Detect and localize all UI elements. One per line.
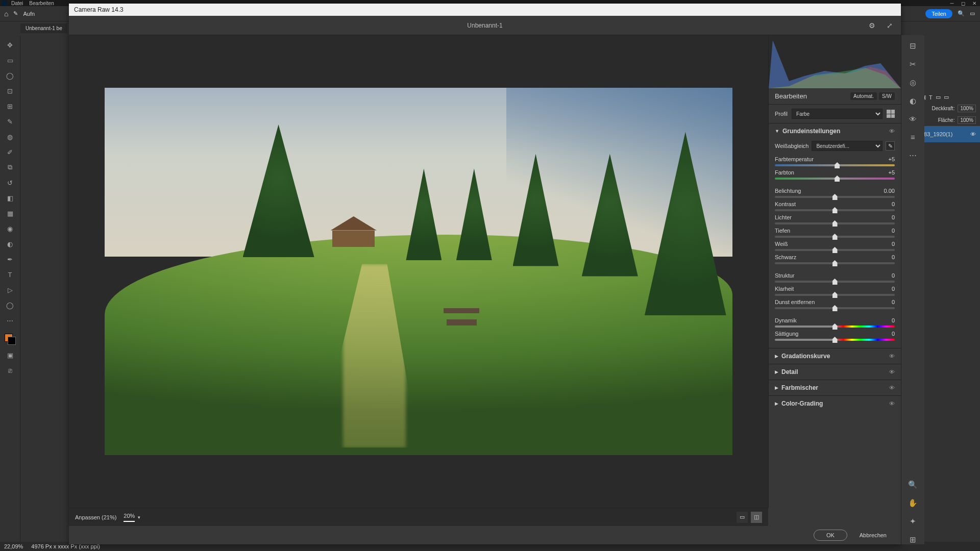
- slider-whites[interactable]: Weiß0: [769, 240, 901, 253]
- redeye-tool-icon[interactable]: 👁: [909, 115, 917, 123]
- blur-tool-icon[interactable]: ◉: [5, 223, 15, 234]
- fill-value[interactable]: 100%: [958, 116, 976, 124]
- lasso-tool-icon[interactable]: ◯: [5, 70, 15, 81]
- cancel-button[interactable]: Abbrechen: [860, 532, 887, 538]
- sampler-tool-icon[interactable]: ✦: [910, 517, 916, 526]
- pen-tool-icon[interactable]: ✒: [5, 254, 15, 264]
- photoshop-toolbar: ✥ ▭ ◯ ⊡ ⊞ ✎ ◍ ✐ ⧉ ↺ ◧ ▦ ◉ ◐ ✒ T ▷ ◯ ⋯ ▣ …: [0, 36, 20, 551]
- window-close-icon[interactable]: ✕: [971, 1, 978, 6]
- slider-tint[interactable]: Farbton+5: [769, 168, 901, 182]
- brush-tool-icon[interactable]: ✐: [5, 147, 15, 157]
- edit-header: Bearbeiten Automat. S/W: [769, 88, 901, 105]
- screenmode-icon[interactable]: ⎚: [5, 365, 15, 375]
- single-view-button[interactable]: ▭: [737, 512, 748, 523]
- more-tool-icon[interactable]: ⋯: [909, 151, 917, 160]
- section-grading-header[interactable]: ▶ Color-Grading 👁: [769, 396, 901, 411]
- quickmask-icon[interactable]: ▣: [5, 350, 15, 360]
- slider-temperature[interactable]: Farbtemperatur+5: [769, 155, 901, 168]
- more-tools-icon[interactable]: ⋯: [5, 315, 15, 325]
- slider-dehaze[interactable]: Dunst entfernen0: [769, 298, 901, 311]
- section-visibility-icon[interactable]: 👁: [889, 369, 895, 375]
- menu-edit[interactable]: Bearbeiten: [29, 1, 54, 6]
- compare-view-button[interactable]: ◫: [751, 512, 762, 523]
- zoom-dropdown-icon[interactable]: ▾: [138, 515, 140, 520]
- slider-shadows[interactable]: Tiefen0: [769, 227, 901, 240]
- section-visibility-icon[interactable]: 👁: [889, 385, 895, 391]
- profile-browser-icon[interactable]: [887, 110, 895, 118]
- slider-vibrance[interactable]: Dynamik0: [769, 316, 901, 330]
- hand-tool-icon[interactable]: ✋: [908, 498, 918, 508]
- shape-tool-icon[interactable]: ◯: [5, 300, 15, 310]
- tool-preset-icon[interactable]: ✎: [13, 10, 18, 17]
- wb-select[interactable]: Benutzerdefi...: [812, 141, 883, 151]
- edit-tool-icon[interactable]: ⊟: [910, 41, 916, 51]
- slider-texture[interactable]: Struktur0: [769, 271, 901, 285]
- grid-tool-icon[interactable]: ⊞: [910, 535, 916, 544]
- slider-exposure[interactable]: Belichtung0.00: [769, 187, 901, 200]
- dodge-tool-icon[interactable]: ◐: [5, 239, 15, 249]
- wb-eyedropper-icon[interactable]: ✎: [886, 141, 895, 151]
- zoom-status[interactable]: 22,09%: [4, 543, 23, 549]
- folder-icon[interactable]: T: [929, 94, 933, 101]
- dialog-title-bar[interactable]: Camera Raw 14.3: [69, 4, 901, 16]
- section-basic-header[interactable]: ▼ Grundeinstellungen 👁: [769, 123, 901, 139]
- preset-tool-icon[interactable]: ≡: [911, 133, 915, 141]
- frame-tool-icon[interactable]: ⊞: [5, 101, 15, 111]
- section-visibility-icon[interactable]: 👁: [889, 353, 895, 359]
- section-detail-header[interactable]: ▶ Detail 👁: [769, 364, 901, 380]
- slider-clarity[interactable]: Klarheit0: [769, 285, 901, 298]
- edit-title: Bearbeiten: [775, 92, 848, 100]
- visibility-icon[interactable]: 👁: [970, 131, 976, 137]
- crop-tool-icon[interactable]: ⊡: [5, 86, 15, 96]
- histogram[interactable]: [769, 35, 901, 88]
- section-grading: ▶ Color-Grading 👁: [769, 395, 901, 411]
- gradient-tool-icon[interactable]: ▦: [5, 208, 15, 218]
- new-icon[interactable]: ▭: [936, 94, 941, 101]
- history-brush-icon[interactable]: ↺: [5, 178, 15, 188]
- marquee-tool-icon[interactable]: ▭: [5, 55, 15, 65]
- mask-tool-icon[interactable]: ◐: [910, 96, 916, 106]
- section-visibility-icon[interactable]: 👁: [889, 400, 895, 407]
- healing-tool-icon[interactable]: ◍: [5, 132, 15, 142]
- window-minimize-icon[interactable]: ─: [948, 1, 955, 6]
- fullscreen-icon[interactable]: ⤢: [887, 21, 893, 30]
- eyedropper-tool-icon[interactable]: ✎: [5, 116, 15, 127]
- trash-icon[interactable]: ▭: [944, 94, 949, 101]
- zoom-tool-icon[interactable]: 🔍: [908, 480, 918, 489]
- slider-saturation[interactable]: Sättigung0: [769, 330, 901, 343]
- slider-contrast[interactable]: Kontrast0: [769, 200, 901, 213]
- type-tool-icon[interactable]: T: [5, 269, 15, 280]
- slider-blacks[interactable]: Schwarz0: [769, 253, 901, 266]
- slider-highlights[interactable]: Lichter0: [769, 213, 901, 227]
- window-maximize-icon[interactable]: ◻: [960, 1, 967, 6]
- opacity-value[interactable]: 100%: [958, 105, 976, 112]
- crop-tool-icon[interactable]: ✂: [910, 60, 916, 69]
- profile-select[interactable]: Farbe: [792, 109, 883, 119]
- section-visibility-icon[interactable]: 👁: [889, 128, 895, 134]
- move-tool-icon[interactable]: ✥: [5, 40, 15, 50]
- chevron-right-icon: ▶: [775, 385, 778, 390]
- chevron-right-icon: ▶: [775, 401, 778, 406]
- home-icon[interactable]: ⌂: [4, 10, 8, 18]
- section-mixer-header[interactable]: ▶ Farbmischer 👁: [769, 380, 901, 395]
- path-tool-icon[interactable]: ▷: [5, 285, 15, 295]
- eraser-tool-icon[interactable]: ◧: [5, 193, 15, 203]
- color-swatches[interactable]: [5, 334, 16, 345]
- stamp-tool-icon[interactable]: ⧉: [5, 162, 15, 172]
- auto-button[interactable]: Automat.: [850, 92, 877, 100]
- chevron-right-icon: ▶: [775, 354, 778, 359]
- profile-row: Profil Farbe: [769, 105, 901, 123]
- share-button[interactable]: Teilen: [925, 9, 952, 18]
- document-tab[interactable]: Unbenannt-1 be: [20, 23, 67, 33]
- section-curve-header[interactable]: ▶ Gradationskurve 👁: [769, 348, 901, 364]
- bw-button[interactable]: S/W: [879, 92, 895, 100]
- workspace-icon[interactable]: ▭: [970, 10, 975, 17]
- search-icon[interactable]: 🔍: [958, 10, 965, 17]
- fit-button[interactable]: Anpassen (21%): [75, 514, 116, 520]
- menu-file[interactable]: Datei: [11, 1, 23, 6]
- ok-button[interactable]: OK: [814, 530, 847, 541]
- settings-icon[interactable]: ⚙: [869, 21, 875, 30]
- zoom-level[interactable]: 20%: [124, 513, 135, 522]
- image-preview-area[interactable]: [69, 35, 768, 508]
- heal-tool-icon[interactable]: ◎: [910, 78, 916, 87]
